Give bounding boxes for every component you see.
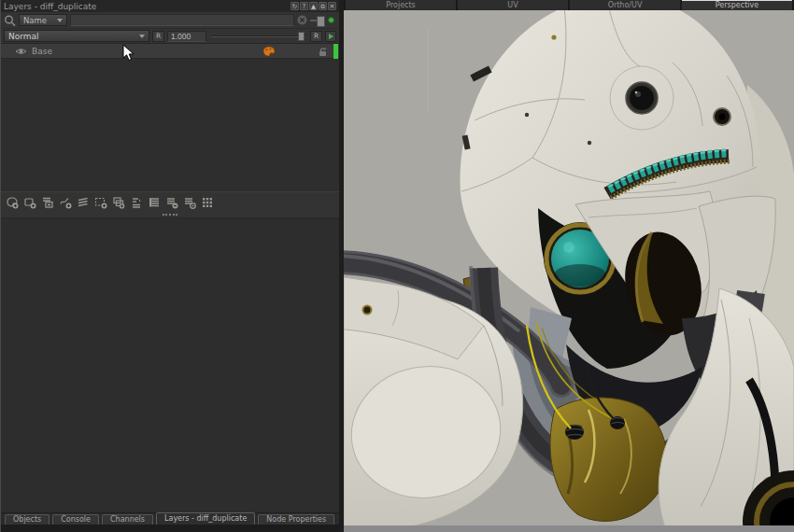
close-icon[interactable]: ✕ — [328, 2, 336, 10]
3d-model-view[interactable] — [344, 10, 794, 532]
amount-slider[interactable] — [209, 31, 307, 42]
add-paint-layer-button[interactable] — [4, 194, 20, 211]
layer-row-base[interactable]: Base — [1, 44, 339, 59]
blend-mode-row: Normal R R — [1, 28, 339, 43]
blend-mode-label: Normal — [8, 32, 39, 41]
layer-search-input[interactable] — [70, 14, 294, 26]
blend-mode-dropdown[interactable]: Normal — [4, 30, 149, 42]
palette-title-bar: Layers - diff_duplicate ↻ ? ▲ ⧉ ✕ — [1, 0, 339, 12]
filter-toggle[interactable] — [310, 16, 325, 25]
add-layer-button[interactable] — [21, 194, 37, 211]
remove-layer-button[interactable] — [163, 194, 179, 211]
layer-amount-field[interactable] — [167, 31, 206, 42]
viewport-bottom-edge — [344, 525, 794, 532]
tab-ortho-uv[interactable]: Ortho/UV — [570, 0, 680, 10]
palette-title: Layers - diff_duplicate — [4, 2, 291, 11]
clear-search-icon[interactable] — [297, 15, 307, 25]
palette-empty-area — [1, 217, 339, 512]
unlock-icon[interactable] — [318, 47, 329, 57]
layer-search-row: Name — [1, 12, 339, 28]
visibility-eye-icon[interactable] — [15, 47, 27, 56]
viewport-tab-bar: Projects UV Ortho/UV Perspective — [344, 0, 794, 10]
paint-layer-icon — [262, 46, 276, 57]
bottom-tab-bar: Objects Console Channels Layers - diff_d… — [1, 512, 339, 525]
search-field-dropdown[interactable]: Name — [19, 14, 67, 26]
duplicate-layer-button[interactable] — [110, 194, 126, 211]
bottom-edge-strip — [1, 525, 339, 532]
layers-palette: Layers - diff_duplicate ↻ ? ▲ ⧉ ✕ Name — [0, 0, 344, 532]
reset-amount-button[interactable]: R — [310, 31, 322, 42]
tab-perspective[interactable]: Perspective — [682, 0, 792, 10]
slider-track — [211, 35, 305, 37]
add-procedural-layer-button[interactable] — [57, 194, 73, 211]
share-layer-button[interactable] — [181, 194, 197, 211]
chevron-down-icon — [57, 19, 63, 22]
tab-console[interactable]: Console — [52, 514, 99, 525]
reset-blend-button[interactable]: R — [152, 31, 164, 42]
canvas-viewport: Projects UV Ortho/UV Perspective — [344, 0, 794, 532]
chevron-down-icon — [139, 35, 145, 38]
mouse-cursor — [122, 44, 135, 62]
search-field-label: Name — [23, 16, 47, 25]
tab-projects[interactable]: Projects — [346, 0, 456, 10]
mari-app-window: Layers - diff_duplicate ↻ ? ▲ ⧉ ✕ Name — [0, 0, 794, 532]
collapse-icon[interactable]: ▲ — [309, 2, 318, 10]
layer-grid-options-button[interactable] — [199, 194, 215, 211]
tab-channels[interactable]: Channels — [102, 514, 153, 525]
palette-window-controls: ↻ ? ▲ ⧉ ✕ — [291, 2, 336, 10]
status-dot — [328, 17, 334, 23]
float-icon[interactable]: ⧉ — [319, 2, 327, 10]
tab-node-properties[interactable]: Node Properties — [258, 514, 334, 525]
add-graph-layer-button[interactable] — [92, 194, 108, 211]
layer-list[interactable]: Base — [1, 43, 339, 191]
tab-uv[interactable]: UV — [458, 0, 568, 10]
refresh-icon[interactable]: ↻ — [291, 2, 299, 10]
help-icon[interactable]: ? — [300, 2, 308, 10]
green-arrow-icon — [329, 34, 333, 39]
layers-toolbar — [1, 191, 339, 212]
cache-indicator-button[interactable] — [325, 31, 336, 42]
layers-panel: Layers - diff_duplicate ↻ ? ▲ ⧉ ✕ Name — [0, 0, 339, 532]
flatten-layers-button[interactable] — [146, 194, 162, 211]
layer-cached-bar — [333, 44, 338, 59]
tab-objects[interactable]: Objects — [5, 514, 50, 525]
merge-layers-button[interactable] — [128, 194, 144, 211]
tab-layers[interactable]: Layers - diff_duplicate — [156, 512, 255, 525]
layer-name: Base — [32, 47, 52, 56]
add-group-from-selection-button[interactable] — [39, 194, 55, 211]
drag-grip-handle[interactable] — [163, 214, 177, 216]
search-icon — [4, 14, 16, 26]
add-adjustment-layer-button[interactable] — [75, 194, 91, 211]
slider-handle[interactable] — [298, 32, 305, 41]
